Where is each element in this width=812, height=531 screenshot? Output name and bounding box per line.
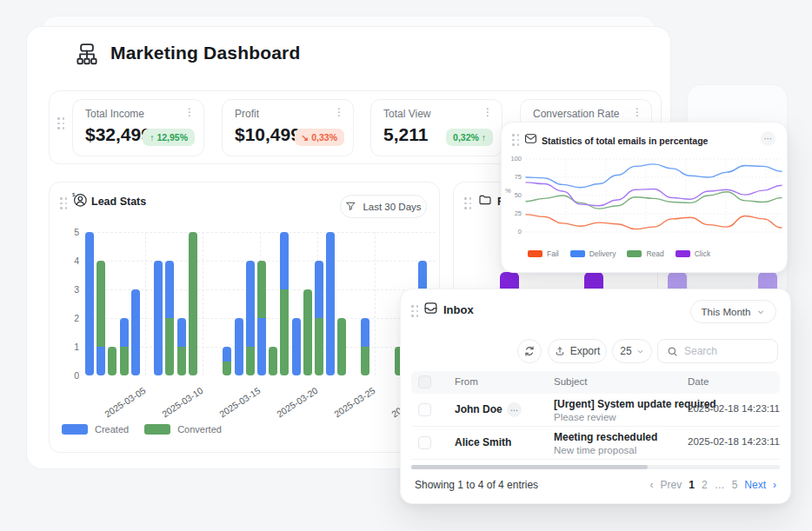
col-date: Date <box>688 376 709 387</box>
prev-chevron-icon[interactable]: ‹ <box>650 479 654 491</box>
kebab-menu-icon[interactable]: ⋮ <box>184 106 195 118</box>
stat-value: 5,211 <box>383 124 428 145</box>
y-axis-label: 3 <box>58 284 79 295</box>
bar-segment <box>280 232 289 289</box>
chevron-down-icon <box>756 308 765 316</box>
table-header-row: From Subject Date <box>411 371 780 394</box>
funnel-icon <box>345 201 356 212</box>
search-icon <box>667 346 678 357</box>
page-ellipsis: … <box>715 479 725 491</box>
bar-segment <box>97 261 105 347</box>
y-axis-label: 25 <box>508 209 522 217</box>
email-subject: Meeting rescheduled <box>554 431 657 443</box>
bar-segment <box>257 318 266 375</box>
lead-bar <box>120 318 129 375</box>
stat-value: $32,499 <box>85 124 151 145</box>
entries-summary: Showing 1 to 4 of 4 entries <box>415 479 538 491</box>
legend-swatch <box>676 250 690 257</box>
lead-bar <box>97 261 105 375</box>
y-axis-label: 4 <box>58 256 79 266</box>
y-axis-label: 50 <box>508 191 522 199</box>
legend-item: Delivery <box>570 249 616 258</box>
stat-value: $10,499 <box>235 124 301 145</box>
refresh-button[interactable] <box>517 339 542 363</box>
y-axis-label: 0 <box>508 228 522 236</box>
page-2[interactable]: 2 <box>702 479 708 491</box>
bar-segment <box>269 347 277 375</box>
horizontal-scrollbar[interactable] <box>411 465 780 469</box>
legend-swatch <box>62 424 88 435</box>
legend-swatch <box>627 250 642 257</box>
page-title: Marketing Dashboard <box>110 43 301 63</box>
kebab-menu-icon[interactable]: ⋮ <box>632 106 642 118</box>
kebab-menu-icon[interactable]: ⋮ <box>334 106 344 118</box>
legend-item: Created <box>62 424 129 435</box>
scrollbar-thumb[interactable] <box>411 465 648 469</box>
bar-segment <box>257 261 266 318</box>
email-preview: Please review <box>554 412 616 422</box>
lead-bar <box>326 232 335 375</box>
date-filter-label: Last 30 Days <box>363 202 421 212</box>
bar-segment <box>108 347 116 375</box>
drag-handle-icon[interactable] <box>512 134 520 146</box>
lead-stats-title: Lead Stats <box>91 196 146 208</box>
drag-handle-icon[interactable] <box>57 117 65 129</box>
lead-legend: Created Converted <box>62 424 222 435</box>
bar-segment <box>165 261 174 318</box>
date-filter-button[interactable]: Last 30 Days <box>340 195 427 218</box>
bar-segment <box>361 347 369 375</box>
prev-button[interactable]: Prev <box>661 479 682 491</box>
stat-card-profit: Profit ⋮ $10,499 ↘ 0,33% <box>222 99 354 156</box>
table-row[interactable]: John Doe ⋯ [Urgent] System update requir… <box>411 394 780 427</box>
email-date: 2025-02-18 14:23:11 <box>688 436 780 447</box>
bar-segment <box>165 318 174 375</box>
drag-handle-icon[interactable] <box>60 197 68 209</box>
ellipsis-menu-button[interactable]: ⋯ <box>761 131 775 146</box>
refresh-icon <box>523 345 536 357</box>
table-row[interactable]: Alice Smith Meeting rescheduled New time… <box>411 427 780 460</box>
period-select[interactable]: This Month <box>690 300 776 323</box>
gridline <box>375 232 376 375</box>
trend-badge: 0,32% ↑ <box>446 129 493 146</box>
lead-stats-card: $ Lead Stats Last 30 Days 0123452025-03-… <box>49 182 440 453</box>
lead-bar <box>235 318 243 375</box>
lead-bar <box>177 318 186 375</box>
legend-label: Fail <box>547 249 559 258</box>
export-button[interactable]: Export <box>548 339 607 363</box>
row-checkbox[interactable] <box>418 403 431 416</box>
stat-label: Profit <box>235 108 259 120</box>
lead-icon: $ <box>72 192 88 208</box>
row-checkbox[interactable] <box>418 436 431 449</box>
export-icon <box>555 346 565 356</box>
legend-item: Click <box>676 249 710 258</box>
sender-name: John Doe <box>455 403 503 415</box>
select-all-checkbox[interactable] <box>418 375 431 388</box>
lead-bar <box>269 347 277 375</box>
pagination: ‹ Prev 1 2 … 5 Next › <box>650 479 776 491</box>
drag-handle-icon[interactable] <box>411 305 419 317</box>
row-actions-button[interactable]: ⋯ <box>507 402 522 417</box>
y-axis-label: 2 <box>58 313 79 323</box>
y-axis-label: 100 <box>508 155 522 163</box>
next-chevron-icon[interactable]: › <box>773 479 776 491</box>
kebab-menu-icon[interactable]: ⋮ <box>483 106 493 118</box>
search-input[interactable] <box>684 345 771 357</box>
legend-item: Fail <box>528 249 559 258</box>
email-date: 2025-02-18 14:23:11 <box>688 403 780 414</box>
page-5[interactable]: 5 <box>732 479 738 491</box>
col-subject: Subject <box>554 376 587 387</box>
inbox-title: Inbox <box>443 303 474 316</box>
y-axis-label: 1 <box>58 342 79 352</box>
legend-item: Read <box>627 249 663 258</box>
next-button[interactable]: Next <box>744 479 766 491</box>
stat-card-total-income: Total Income ⋮ $32,499 ↑ 12,95% <box>72 99 204 156</box>
lead-bar <box>189 232 197 375</box>
lead-bar <box>361 318 369 375</box>
bar-segment <box>97 347 105 375</box>
drag-handle-icon[interactable] <box>464 197 472 209</box>
lead-bar <box>223 347 231 375</box>
y-axis-label: 75 <box>508 173 522 181</box>
page-size-select[interactable]: 25 <box>612 339 652 363</box>
bar-segment <box>315 318 323 375</box>
page-1[interactable]: 1 <box>689 479 695 491</box>
